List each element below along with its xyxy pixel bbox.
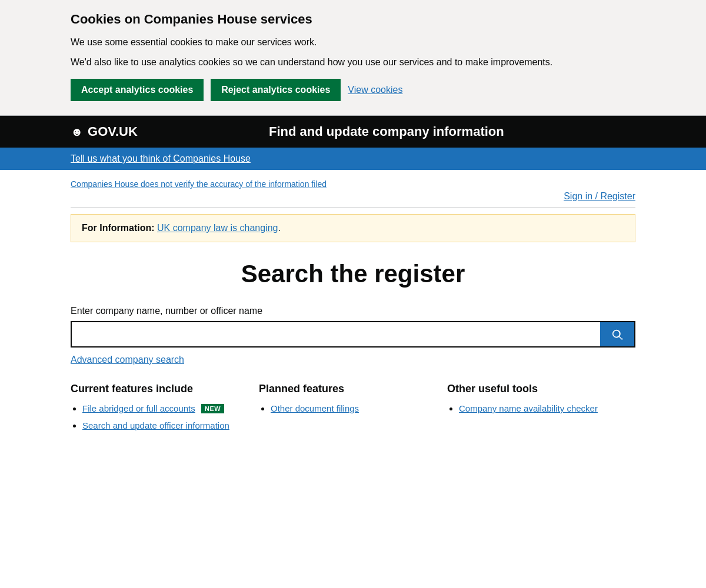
accuracy-notice-link[interactable]: Companies House does not verify the accu… (71, 179, 635, 189)
gov-uk-logo-link[interactable]: ☻ GOV.UK (71, 124, 138, 139)
planned-features-heading: Planned features (259, 383, 435, 395)
uk-law-link[interactable]: UK company law is changing (157, 223, 278, 233)
officer-info-link[interactable]: Search and update officer information (82, 420, 229, 430)
blue-banner: Tell us what you think of Companies Hous… (0, 148, 706, 170)
list-item: Other document filings (271, 402, 435, 415)
list-item: Search and update officer information (82, 419, 247, 432)
search-form (71, 321, 635, 348)
current-features-heading: Current features include (71, 383, 247, 395)
top-nav: ☻ GOV.UK Find and update company informa… (0, 116, 706, 148)
search-icon (611, 328, 624, 341)
gov-uk-logo-text: GOV.UK (88, 124, 138, 139)
advanced-search-link[interactable]: Advanced company search (71, 355, 635, 365)
cookie-banner: Cookies on Companies House services We u… (0, 0, 706, 116)
feedback-link[interactable]: Tell us what you think of Companies Hous… (71, 153, 251, 163)
search-label: Enter company name, number or officer na… (71, 306, 635, 316)
planned-features-col: Planned features Other document filings (259, 383, 447, 436)
list-item: File abridged or full accounts New (82, 402, 247, 415)
reject-cookies-button[interactable]: Reject analytics cookies (211, 79, 341, 101)
new-badge: New (201, 404, 224, 413)
info-banner: For Information: UK company law is chang… (71, 214, 635, 242)
cookie-banner-title: Cookies on Companies House services (71, 12, 635, 27)
list-item: Company name availability checker (459, 402, 624, 415)
cookie-buttons: Accept analytics cookies Reject analytic… (71, 79, 635, 101)
planned-features-list: Other document filings (259, 402, 435, 415)
info-banner-text: For Information: UK company law is chang… (82, 223, 281, 233)
accept-cookies-button[interactable]: Accept analytics cookies (71, 79, 204, 101)
current-features-col: Current features include File abridged o… (71, 383, 259, 436)
sign-in-link[interactable]: Sign in / Register (564, 191, 635, 201)
current-features-list: File abridged or full accounts New Searc… (71, 402, 247, 432)
crown-icon: ☻ (71, 125, 83, 139)
search-heading: Search the register (71, 260, 635, 288)
sign-in-bar: Sign in / Register (71, 191, 635, 208)
company-name-checker-link[interactable]: Company name availability checker (459, 403, 598, 413)
features-row: Current features include File abridged o… (71, 383, 635, 436)
cookie-banner-para1: We use some essential cookies to make ou… (71, 35, 635, 49)
view-cookies-link[interactable]: View cookies (348, 85, 402, 95)
file-accounts-link[interactable]: File abridged or full accounts (82, 403, 195, 413)
site-title: Find and update company information (138, 124, 635, 139)
other-filings-link[interactable]: Other document filings (271, 403, 359, 413)
search-button[interactable] (600, 322, 634, 346)
other-tools-heading: Other useful tools (447, 383, 624, 395)
search-input[interactable] (72, 322, 600, 346)
cookie-banner-para2: We'd also like to use analytics cookies … (71, 55, 635, 69)
other-tools-list: Company name availability checker (447, 402, 624, 415)
content-area: Companies House does not verify the accu… (0, 170, 706, 436)
other-tools-col: Other useful tools Company name availabi… (447, 383, 635, 436)
